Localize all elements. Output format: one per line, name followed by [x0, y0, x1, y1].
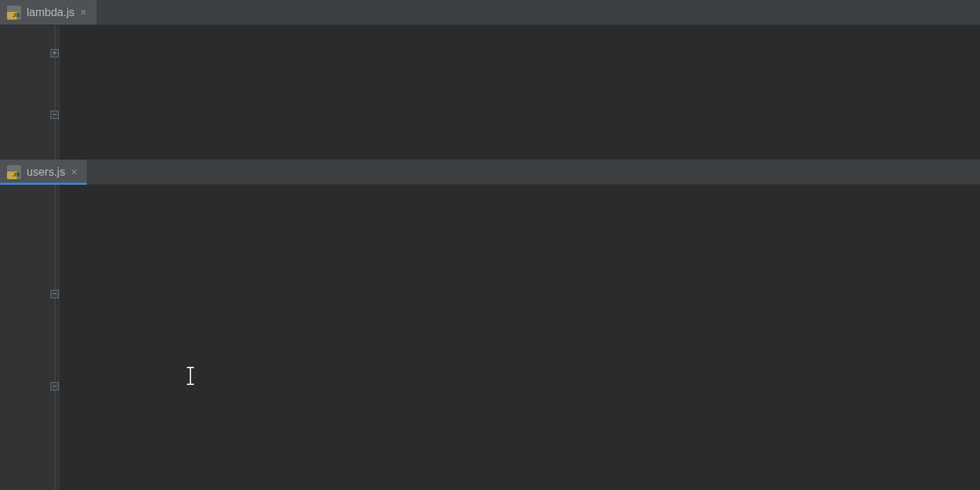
tab-users-js[interactable]: JS users.js × — [0, 160, 87, 184]
editor-bottom[interactable]: − − const router = express.Router(); /* … — [0, 185, 980, 490]
gutter — [0, 185, 59, 490]
text-cursor-icon — [185, 367, 196, 385]
js-file-icon: JS — [7, 6, 21, 20]
fold-toggle-icon[interactable]: − — [50, 290, 59, 298]
tab-bar-top: JS lambda.js × — [0, 0, 980, 25]
editor-top[interactable]: + − function lambda() {...} module.expor… — [0, 25, 980, 160]
tab-bar-bottom: JS users.js × — [0, 160, 980, 185]
fold-toggle-icon[interactable]: − — [50, 111, 59, 119]
close-icon[interactable]: × — [71, 167, 77, 178]
close-icon[interactable]: × — [80, 7, 86, 18]
fold-toggle-icon[interactable]: − — [50, 382, 59, 391]
tab-filename: lambda.js — [27, 6, 74, 19]
tab-lambda-js[interactable]: JS lambda.js × — [0, 0, 97, 24]
js-file-icon: JS — [7, 165, 21, 179]
editor-panel-bottom: JS users.js × − − const router = express… — [0, 160, 980, 490]
tab-filename: users.js — [27, 166, 65, 178]
editor-panel-top: JS lambda.js × + − function lambda() {..… — [0, 0, 980, 160]
gutter — [0, 25, 59, 160]
fold-toggle-icon[interactable]: + — [50, 49, 59, 57]
